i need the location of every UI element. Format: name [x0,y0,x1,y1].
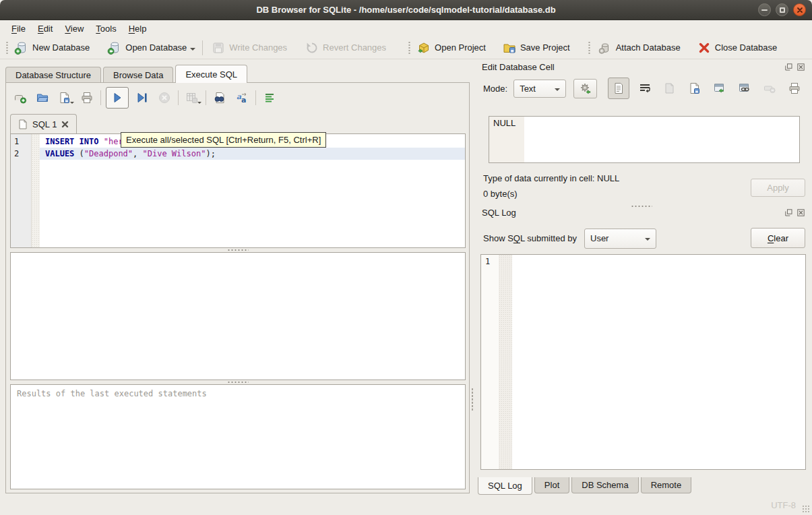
word-wrap-icon [638,82,652,95]
print-icon [788,82,801,95]
close-database-button[interactable]: Close Database [697,40,778,55]
float-dock-button[interactable] [784,208,793,217]
statusbar: UTF-8 [0,497,812,515]
close-tab-icon[interactable] [61,121,69,128]
float-dock-button[interactable] [784,63,793,71]
auto-switch-mode-button[interactable] [573,79,597,98]
menu-tools[interactable]: Tools [90,22,122,36]
results-message-area[interactable]: Results of the last executed statements [10,384,466,489]
set-null-button[interactable] [760,79,779,98]
filter-label: Show SQL submitted by [483,233,577,243]
bottom-tab-remote[interactable]: Remote [641,477,692,493]
main-tab-widget: Database StructureBrowse DataExecute SQL [5,65,470,493]
close-dock-button[interactable] [797,63,805,71]
save-results-button[interactable] [183,89,201,107]
mode-value: Text [520,84,536,94]
format-icon: a a [235,91,249,104]
save-dropdown-caret [70,102,74,106]
mode-combobox[interactable]: Text [513,80,566,98]
float-icon [785,209,792,216]
import-file-icon [688,82,701,95]
gear-import-icon [579,82,592,95]
close-dock-button[interactable] [797,208,805,217]
sql-toolbar-separator [100,90,101,105]
new-database-icon [14,40,29,55]
open-sql-file-button[interactable] [34,89,51,107]
print-sql-button[interactable] [78,89,96,107]
write-changes-button[interactable]: Write Changes [211,40,287,55]
maximize-icon [780,7,785,13]
stop-execution-button[interactable] [156,89,173,107]
import-data-button[interactable] [685,79,704,98]
toggle-results-button[interactable] [261,89,278,107]
revert-changes-button[interactable]: Revert Changes [305,40,386,55]
bottom-tab-db-schema[interactable]: DB Schema [571,477,638,493]
text-mode-button[interactable] [608,78,629,99]
code-line: VALUES ("Deadpond", "Dive Wilson"); [40,148,465,160]
sql-toolbar-separator [255,90,256,105]
open-in-editor-button[interactable] [660,79,679,98]
attach-database-button[interactable]: Attach Database [598,40,681,55]
bottom-tab-sql-log[interactable]: SQL Log [478,477,532,495]
minimize-button[interactable] [758,3,771,16]
menu-help[interactable]: Help [123,22,153,36]
window-controls [758,3,806,16]
menu-view[interactable]: View [59,22,90,36]
open-database-dropdown[interactable] [190,48,195,53]
word-wrap-button[interactable] [635,79,654,98]
bottom-tab-plot[interactable]: Plot [534,477,569,493]
splitter-dots [227,381,249,384]
clear-log-button[interactable]: Clear [751,228,805,248]
new-sql-tab-button[interactable] [11,89,29,107]
align-lines-icon [263,91,276,104]
print-icon [80,91,94,104]
toolbar-drag-handle[interactable] [5,41,9,55]
open-project-button[interactable]: Open Project [416,40,486,55]
sql-editor[interactable]: 12 INSERT INTO "hero" ("name", "secret_n… [10,133,466,248]
results-grid-pane[interactable] [10,252,466,380]
sql-editor-tab-bar: SQL 1 [10,114,465,133]
text-document-icon [612,82,625,95]
print-cell-button[interactable] [785,79,804,98]
cell-size-info: 0 byte(s) [483,189,518,199]
close-dock-icon [797,63,805,71]
save-sql-file-button[interactable] [56,89,73,107]
apply-button[interactable]: Apply [751,179,805,197]
dock-area: Edit Database Cell Mode: [475,61,808,497]
menu-edit[interactable]: Edit [32,22,59,36]
line-number-gutter: 12 [11,134,32,247]
open-file-gray-icon [663,82,677,95]
toolbar-drag-handle[interactable] [408,41,411,55]
panel-splitter[interactable] [471,388,474,411]
find-button[interactable] [211,89,228,107]
cell-value-editor[interactable]: NULL [489,116,800,163]
tab-browse-data[interactable]: Browse Data [103,67,173,83]
menu-file[interactable]: File [5,22,32,36]
open-database-button[interactable]: Open Database [107,40,195,55]
export-window-icon [713,82,726,95]
new-database-button[interactable]: New Database [14,40,90,55]
format-sql-button[interactable]: a a [233,89,251,107]
sql-log-view[interactable]: 1 [480,254,806,470]
export-data-button[interactable] [710,79,729,98]
save-project-button[interactable]: Save Project [502,40,570,55]
code-area: INSERT INTO "hero" ("name", "secret_name… [40,134,465,247]
execute-line-button[interactable] [133,89,151,107]
tab-execute-sql[interactable]: Execute SQL [175,65,247,83]
write-changes-icon [211,40,226,55]
cell-edit-area[interactable] [524,117,799,162]
tab-database-structure[interactable]: Database Structure [5,67,101,83]
open-file-icon [36,91,49,104]
close-button[interactable] [793,3,806,16]
submitted-by-combobox[interactable]: User [584,229,656,249]
maximize-button[interactable] [776,3,788,16]
toolbar-drag-handle[interactable] [588,41,591,55]
minimize-icon [761,9,768,11]
execute-all-button[interactable] [106,87,129,109]
cell-type-info: Type of data currently in cell: NULL [483,173,619,183]
sql-editor-tab[interactable]: SQL 1 [10,114,77,133]
copy-link-button[interactable] [735,79,754,98]
resize-grip[interactable] [802,505,810,513]
sql-toolbar-separator [206,90,206,105]
execute-tooltip: Execute all/selected SQL [Ctrl+Return, F… [121,132,326,148]
